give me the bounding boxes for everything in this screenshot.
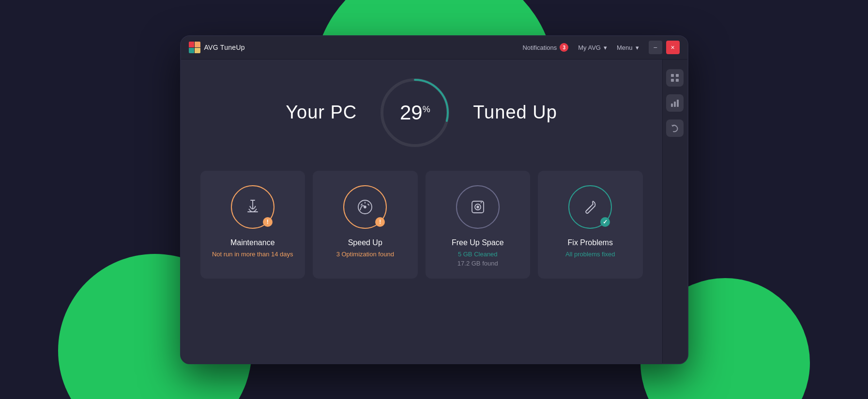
svg-line-7: [481, 202, 482, 203]
notifications-label: Notifications: [522, 44, 557, 51]
title-bar-left: AVG TuneUp: [189, 42, 245, 53]
sidebar-grid-icon[interactable]: [666, 69, 684, 87]
svg-rect-12: [676, 79, 679, 82]
close-button[interactable]: ×: [666, 41, 680, 54]
score-percent-symbol: %: [423, 104, 430, 114]
my-avg-chevron: ▾: [604, 44, 607, 51]
score-text: 29%: [400, 101, 430, 124]
speed-up-card[interactable]: ! Speed Up 3 Optimization found: [313, 171, 418, 279]
maintenance-title: Maintenance: [230, 238, 275, 247]
free-up-title: Free Up Space: [452, 238, 504, 247]
svg-rect-13: [671, 103, 673, 107]
score-number: 29%: [400, 101, 430, 124]
fix-problems-icon-wrapper: ✓: [568, 185, 612, 229]
svg-rect-9: [671, 74, 674, 77]
notifications-button[interactable]: Notifications 3: [522, 43, 568, 52]
fix-problems-card[interactable]: ✓ Fix Problems All problems fixed: [538, 171, 643, 279]
free-up-icon-circle: [456, 185, 500, 229]
menu-label: Menu: [617, 44, 633, 51]
cards-section: ! Maintenance Not run in more than 14 da…: [200, 171, 643, 279]
wrench-icon: [579, 196, 601, 218]
fix-problems-check-badge: ✓: [600, 217, 610, 227]
maintenance-icon-wrapper: !: [231, 185, 274, 229]
speed-up-icon-wrapper: !: [343, 185, 387, 229]
maintenance-card[interactable]: ! Maintenance Not run in more than 14 da…: [200, 171, 305, 279]
score-right-label: Tuned Up: [473, 102, 557, 123]
svg-point-6: [477, 206, 479, 208]
window-controls: − ×: [649, 41, 680, 54]
free-up-status: 5 GB Cleaned: [458, 250, 498, 259]
score-left-label: Your PC: [286, 102, 357, 123]
title-bar: AVG TuneUp Notifications 3 My AVG ▾ Menu…: [181, 36, 687, 59]
disk-icon: [467, 196, 488, 218]
my-avg-button[interactable]: My AVG ▾: [578, 44, 607, 51]
svg-point-3: [364, 206, 366, 208]
score-circle: 29%: [376, 74, 454, 151]
svg-rect-14: [674, 102, 676, 107]
free-up-space-card[interactable]: Free Up Space 5 GB Cleaned 17.2 GB found: [426, 171, 531, 279]
center-content: Your PC 29% Tuned Up: [181, 59, 662, 363]
minimize-button[interactable]: −: [649, 41, 662, 54]
speed-up-status: 3 Optimization found: [336, 250, 394, 259]
gauge-icon: [354, 196, 376, 218]
app-title: AVG TuneUp: [204, 44, 245, 51]
fix-problems-status: All problems fixed: [565, 250, 615, 259]
main-content: Your PC 29% Tuned Up: [181, 59, 687, 363]
broom-icon: [242, 196, 263, 218]
svg-rect-15: [677, 100, 679, 107]
menu-chevron: ▾: [636, 44, 639, 51]
menu-button[interactable]: Menu ▾: [617, 44, 639, 51]
svg-rect-11: [671, 79, 674, 82]
title-bar-right: Notifications 3 My AVG ▾ Menu ▾ − ×: [522, 41, 679, 54]
score-value: 29: [400, 101, 423, 124]
sidebar-chart-icon[interactable]: [666, 94, 684, 112]
speed-up-title: Speed Up: [348, 238, 382, 247]
fix-problems-title: Fix Problems: [568, 238, 613, 247]
svg-rect-10: [676, 74, 679, 77]
maintenance-status: Not run in more than 14 days: [212, 250, 293, 259]
my-avg-label: My AVG: [578, 44, 601, 51]
free-up-icon-wrapper: [456, 185, 500, 229]
free-up-sub-status: 17.2 GB found: [457, 260, 498, 267]
right-sidebar: [662, 59, 687, 363]
score-section: Your PC 29% Tuned Up: [200, 74, 643, 151]
avg-logo: [189, 42, 200, 53]
sidebar-undo-icon[interactable]: [666, 119, 684, 137]
notifications-badge: 3: [560, 43, 568, 52]
maintenance-alert-badge: !: [263, 217, 273, 227]
speed-up-alert-badge: !: [375, 217, 385, 227]
app-window: AVG TuneUp Notifications 3 My AVG ▾ Menu…: [180, 35, 688, 364]
